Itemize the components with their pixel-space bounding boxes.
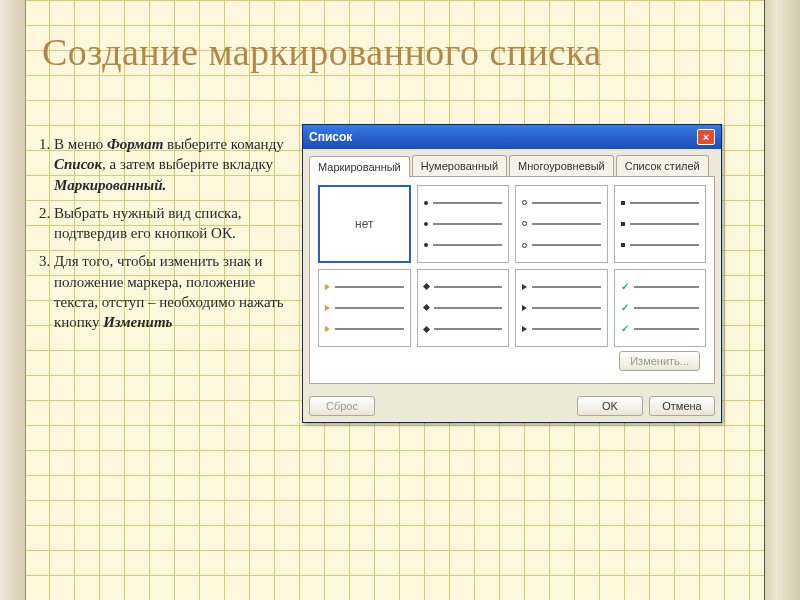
square-icon [621, 201, 625, 205]
dialog-footer: Сброс OK Отмена [303, 390, 721, 422]
step-1: В меню Формат выберите команду Список, а… [54, 134, 292, 195]
modify-button[interactable]: Изменить... [619, 351, 700, 371]
step-3: Для того, чтобы изменить знак и положени… [54, 251, 292, 332]
bullet-style-grid: нет [318, 185, 706, 347]
style-check[interactable]: ✓ ✓ ✓ [614, 269, 707, 347]
close-icon: × [703, 131, 709, 143]
step-2: Выбрать нужный вид списка, подтвердив ег… [54, 203, 292, 244]
tab-strip: Маркированный Нумерованный Многоуровневы… [303, 149, 721, 176]
style-square[interactable] [614, 185, 707, 263]
arrow-icon [325, 284, 330, 290]
triangle-icon [522, 284, 527, 290]
style-diamond[interactable] [417, 269, 510, 347]
cancel-button[interactable]: Отмена [649, 396, 715, 416]
diamond-icon [422, 283, 429, 290]
ok-button[interactable]: OK [577, 396, 643, 416]
binding-strip [0, 0, 26, 600]
dialog-list: Список × Маркированный Нумерованный Мног… [302, 124, 722, 423]
dialog-titlebar[interactable]: Список × [303, 125, 721, 149]
ruler-graphic [764, 0, 800, 600]
circle-icon [522, 200, 527, 205]
style-none[interactable]: нет [318, 185, 411, 263]
slide-title: Создание маркированного списка [42, 30, 754, 74]
style-circle[interactable] [515, 185, 608, 263]
tab-panel: нет [309, 176, 715, 384]
close-button[interactable]: × [697, 129, 715, 145]
slide-content: Создание маркированного списка В меню Фо… [32, 20, 754, 423]
style-triangle[interactable] [515, 269, 608, 347]
check-icon: ✓ [621, 282, 629, 292]
tab-styles[interactable]: Список стилей [616, 155, 709, 176]
dialog-title: Список [309, 130, 352, 144]
instruction-list: В меню Формат выберите команду Список, а… [32, 134, 292, 340]
tab-bulleted[interactable]: Маркированный [309, 156, 410, 177]
style-arrow[interactable] [318, 269, 411, 347]
reset-button[interactable]: Сброс [309, 396, 375, 416]
tab-multilevel[interactable]: Многоуровневый [509, 155, 614, 176]
disc-icon [424, 201, 428, 205]
style-disc[interactable] [417, 185, 510, 263]
tab-numbered[interactable]: Нумерованный [412, 155, 507, 176]
